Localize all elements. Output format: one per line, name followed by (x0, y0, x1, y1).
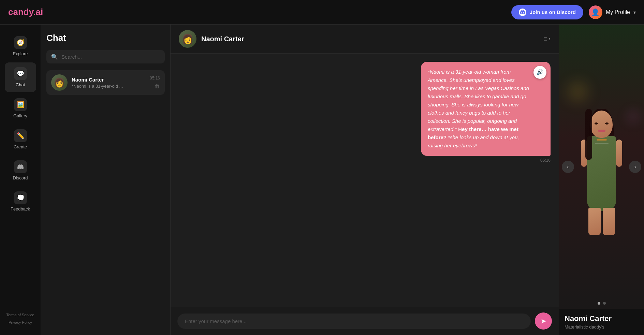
create-icon: ✏️ (14, 129, 27, 142)
messages-area: 🔊 *Naomi is a 31-year-old woman from Ame… (171, 54, 559, 307)
chat-item-time: 05:16 (150, 76, 160, 81)
carousel-dot-1[interactable] (598, 302, 600, 305)
character-image-panel: ‹ › (559, 25, 644, 309)
app-logo: candy.ai (8, 7, 43, 17)
sidebar-item-chat[interactable]: 💬 Chat (5, 62, 36, 92)
sidebar-item-gallery[interactable]: 🖼️ Gallery (5, 93, 36, 123)
chat-item-preview: *Naomi is a 31-year-old ... (72, 84, 146, 89)
message-text: *Naomi is a 31-year-old woman from Ameri… (428, 68, 544, 150)
chat-header-name: Naomi Carter (201, 35, 539, 43)
delete-chat-icon[interactable]: 🗑 (155, 83, 160, 89)
sidebar-item-feedback[interactable]: 💭 Feedback (5, 187, 36, 216)
gallery-icon: 🖼️ (14, 98, 27, 111)
carousel-dots (598, 302, 606, 305)
message-wrap: 🔊 *Naomi is a 31-year-old woman from Ame… (179, 62, 551, 163)
main-layout: 🧭 Explore 💬 Chat 🖼️ Gallery ✏️ Create Di… (0, 25, 644, 335)
chat-item-avatar: 👩 (51, 74, 68, 91)
sidebar-footer: Terms of Service Privacy Policy (0, 312, 41, 325)
audio-button[interactable]: 🔊 (533, 66, 546, 79)
sidebar: 🧭 Explore 💬 Chat 🖼️ Gallery ✏️ Create Di… (0, 25, 41, 335)
join-discord-button[interactable]: Join us on Discord (511, 5, 583, 19)
topnav-right: Join us on Discord 👤 My Profile ▾ (511, 5, 636, 19)
feedback-icon: 💭 (14, 191, 27, 204)
chat-area: 👩 Naomi Carter ≡ › 🔊 *Naomi is a 31-year… (171, 25, 559, 335)
right-char-desc: Materialistic daddy's (565, 324, 639, 330)
chat-item-meta: 05:16 🗑 (150, 76, 160, 89)
send-icon: ➤ (541, 317, 546, 325)
my-profile-button[interactable]: 👤 My Profile ▾ (589, 5, 636, 19)
profile-avatar: 👤 (589, 5, 602, 19)
message-time: 05:16 (540, 158, 551, 163)
chat-input-area: ➤ (171, 307, 559, 335)
explore-icon: 🧭 (14, 36, 27, 49)
chevron-down-icon: ▾ (633, 10, 636, 15)
discord-nav-icon (14, 160, 27, 173)
chat-input[interactable] (177, 314, 531, 329)
search-icon: 🔍 (51, 54, 58, 60)
chat-icon: 💬 (14, 67, 27, 80)
terms-link[interactable]: Terms of Service (6, 312, 34, 318)
chat-list-panel: Chat 🔍 👩 Naomi Carter *Naomi is a 31-yea… (41, 25, 171, 335)
top-navigation: candy.ai Join us on Discord 👤 My Profile… (0, 0, 644, 25)
sidebar-item-discord[interactable]: Discord (5, 156, 36, 185)
chat-item-info: Naomi Carter *Naomi is a 31-year-old ... (72, 77, 146, 89)
sidebar-item-explore[interactable]: 🧭 Explore (5, 31, 36, 61)
right-panel-info: Naomi Carter Materialistic daddy's (559, 309, 644, 335)
chat-item-name: Naomi Carter (72, 77, 146, 83)
discord-icon (519, 9, 526, 16)
chat-list-item[interactable]: 👩 Naomi Carter *Naomi is a 31-year-old .… (46, 70, 165, 95)
chat-header-avatar: 👩 (179, 30, 196, 48)
chat-header-menu-button[interactable]: ≡ › (543, 35, 551, 43)
my-profile-label: My Profile (606, 9, 630, 15)
message-bubble: 🔊 *Naomi is a 31-year-old woman from Ame… (421, 62, 551, 156)
search-input[interactable] (61, 54, 160, 60)
sidebar-item-create[interactable]: ✏️ Create (5, 125, 36, 154)
carousel-next-button[interactable]: › (629, 161, 641, 173)
chat-header: 👩 Naomi Carter ≡ › (171, 25, 559, 54)
carousel-prev-button[interactable]: ‹ (562, 161, 574, 173)
privacy-link[interactable]: Privacy Policy (9, 319, 32, 325)
right-panel: ‹ › Naomi Carter Materialistic daddy's (559, 25, 644, 335)
right-char-name: Naomi Carter (565, 314, 639, 323)
carousel-dot-2[interactable] (603, 302, 606, 305)
search-box: 🔍 (46, 50, 165, 63)
send-button[interactable]: ➤ (535, 312, 552, 330)
chat-list-title: Chat (46, 33, 165, 43)
